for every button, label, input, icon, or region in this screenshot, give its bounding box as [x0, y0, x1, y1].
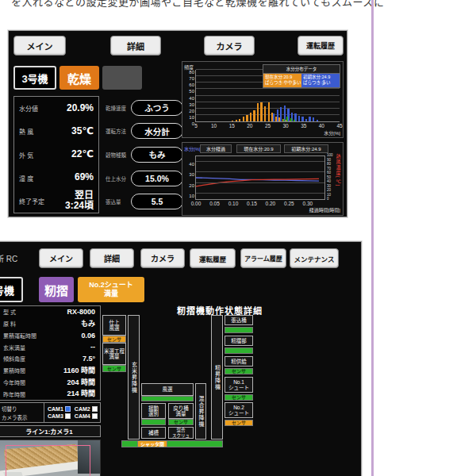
right-tick: 0: [327, 198, 335, 202]
hist-bar-混合: [286, 117, 288, 122]
hist-x-label: 水分[%]: [324, 129, 340, 136]
setting-row-2: 運転方法水分計: [106, 120, 183, 144]
gridline: [196, 193, 324, 194]
huller-readout-row-1: 型 式RX-8000: [0, 306, 100, 318]
x-tick: 10: [211, 123, 217, 129]
huller-readout-label: 原 料: [3, 320, 16, 328]
diagram-block-finish-wind: 仕上 風選: [102, 315, 126, 336]
setting-label: 張込量: [106, 198, 131, 205]
nav-button-1[interactable]: メイン: [13, 36, 66, 56]
status-bar-hulling: [225, 347, 253, 354]
right-tick: 80: [327, 163, 335, 167]
hist-bar-初期水分: [280, 107, 282, 121]
huller-readout-row-8: 昨年時間214 時間: [0, 388, 100, 400]
right-tick: 60: [327, 171, 335, 175]
hist-bar-現在水分: [239, 119, 240, 121]
huller-readout-label: 累積運転時間: [3, 332, 36, 340]
setting-row-1: 乾燥速度ふつう: [106, 96, 183, 120]
camera-checkbox-line: CAM1CAM2: [48, 406, 100, 412]
moisture-trend-chart: 水分[%] 水分経過 現在水分:20.9 初期水分:24.9 熱風温度[℃] 4…: [182, 142, 344, 216]
machine-chip[interactable]: 3号機: [13, 66, 56, 90]
dryer-readout-label: 終了予定: [19, 197, 44, 205]
shutter-closed-indicator: シャッタ閉: [137, 440, 167, 447]
setting-label: 仕上水分: [106, 175, 131, 182]
diagram-block-paddy-supply: 籾供給: [225, 356, 253, 367]
x-tick: 0.10: [228, 201, 239, 206]
camera-name: CAM4: [75, 413, 90, 419]
x-tick: 35: [301, 123, 306, 129]
nav-button-3[interactable]: カメラ: [204, 36, 255, 56]
empty-status-slot: [102, 66, 142, 90]
nav-button-4[interactable]: 運転履歴: [190, 248, 236, 268]
x-tick: 45: [336, 123, 342, 129]
x-tick: 30: [283, 123, 289, 129]
page-divider-line: [371, 0, 374, 476]
hist-bar-初期水分: [313, 117, 314, 121]
nav-button-4[interactable]: 運転履歴: [298, 36, 344, 56]
huller-readout-label: 昨年時間: [3, 390, 25, 398]
huller-panel: 作業所 RC メイン詳細カメラ運転履歴アラーム履歴メンテナンス 号機 籾摺 No…: [0, 241, 362, 476]
hist-legend-current: 現在水分:20.9 ばらつき:やや多い: [263, 74, 301, 87]
trend-plot-area: 403020100.000.050.100.150.200.250.30: [195, 155, 325, 200]
dryer-readout-row-4: 湿 度69%: [14, 167, 98, 190]
nav-button-2[interactable]: 詳細: [90, 248, 134, 268]
camera-toggle-cam4[interactable]: CAM4: [75, 413, 98, 419]
diagram-block-hopper: 補槽: [141, 427, 166, 439]
nav-button-3[interactable]: カメラ: [140, 248, 185, 268]
camera-toggle-cam1[interactable]: CAM1: [48, 406, 71, 412]
x-tick: 15: [229, 123, 235, 129]
dryer-readout-value: 35℃: [71, 126, 94, 137]
setting-value-button[interactable]: 5.5: [131, 194, 183, 209]
diagram-block-genmai-elevator: 玄米昇降機: [128, 315, 140, 440]
dryer-readout-label: 水分値: [19, 104, 38, 113]
camera-toggle-cam3[interactable]: CAM3: [48, 413, 71, 419]
setting-value-button[interactable]: 15.0%: [131, 171, 183, 186]
y-tick: 20: [189, 109, 194, 113]
checkbox-icon[interactable]: [65, 406, 71, 412]
hist-bar-混合: [294, 120, 295, 121]
nav-button-5[interactable]: アラーム履歴: [240, 248, 286, 268]
x-tick: 0.15: [247, 201, 257, 206]
setting-value-button[interactable]: もみ: [131, 147, 183, 163]
x-tick: 0.20: [266, 201, 276, 206]
trend-header-1: 水分経過: [200, 144, 232, 153]
hist-bar-現在水分: [253, 110, 255, 121]
x-tick: 20: [247, 123, 252, 129]
checkbox-icon[interactable]: [65, 413, 71, 419]
diagram-block-hulling-section: 籾摺部: [225, 336, 253, 346]
checkbox-icon[interactable]: [92, 413, 98, 419]
checkbox-icon[interactable]: [92, 406, 98, 412]
hist-bar-現在水分: [257, 103, 259, 121]
setting-value-button[interactable]: 水分計: [131, 123, 183, 139]
huller-readout-label: 今年時間: [3, 378, 25, 386]
nav-button-1[interactable]: メイン: [39, 248, 83, 268]
setting-value-button[interactable]: ふつう: [131, 100, 183, 116]
huller-readout-value: --: [90, 343, 95, 351]
camera-name: CAM2: [75, 406, 90, 412]
trend-header-2: 現在水分:20.9: [236, 144, 281, 153]
x-tick: 0.25: [284, 201, 294, 206]
gridline: [196, 95, 340, 96]
y-tick: 10: [189, 115, 194, 120]
diagram-block-chute2: No.2 シュート: [225, 402, 253, 418]
y-tick: 40: [189, 162, 194, 167]
diagram-block-grading-full: 米選工程 満量: [102, 343, 126, 365]
huller-readout-value: 7.5°: [83, 355, 95, 363]
dryer-readout-row-3: 外 気22℃: [14, 143, 98, 166]
x-tick: 0.00: [191, 201, 202, 206]
huller-readout-list: 型 式RX-8000原 料もみ累積運転時間0.06玄米満量--傾斜角度7.5°累…: [0, 305, 101, 401]
chute-full-alert-badge: No.2シュート 満量: [78, 277, 144, 302]
sensor-bar-grading: センサ: [102, 365, 126, 372]
camera-switch-labels: 切替り カメラ表示: [0, 403, 44, 422]
y-tick: 30: [189, 172, 194, 177]
gridline: [196, 171, 324, 172]
setting-label: 運転方法: [106, 127, 131, 135]
nav-button-6[interactable]: メンテナンス: [290, 248, 339, 268]
dryer-readout-value: 69%: [75, 172, 94, 183]
hist-bar-初期水分: [309, 117, 310, 122]
machine-chip[interactable]: 号機: [0, 277, 23, 302]
nav-button-2[interactable]: 詳細: [110, 36, 161, 56]
hist-bar-現在水分: [260, 102, 262, 121]
camera-toggle-cam2[interactable]: CAM2: [75, 406, 98, 412]
sensor-bar-chute1: センサ: [225, 394, 253, 401]
